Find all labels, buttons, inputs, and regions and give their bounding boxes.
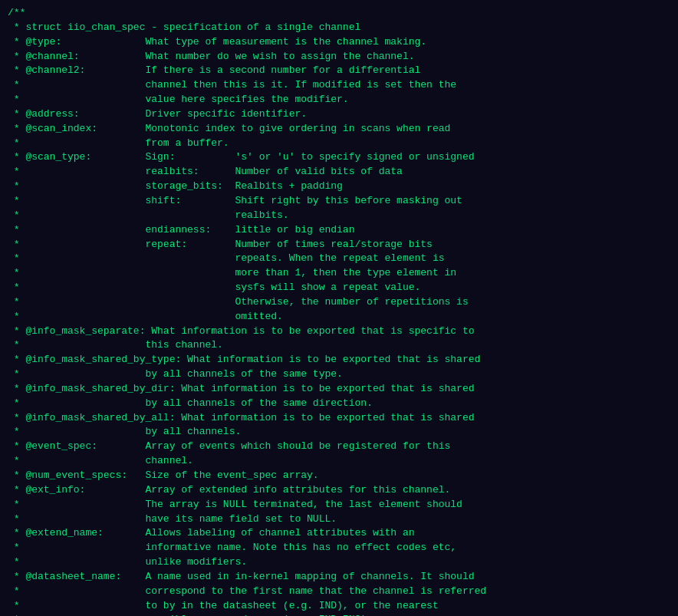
code-line: * The array is NULL terminated, the last… — [8, 498, 670, 512]
code-line: * @address: Driver specific identifier. — [8, 107, 670, 122]
code-line: * @event_spec: Array of events which sho… — [8, 440, 670, 454]
code-line: * repeats. When the repeat element is — [8, 252, 670, 266]
code-line: * informative name. Note this has no eff… — [8, 541, 670, 555]
code-line: * by all channels. — [8, 425, 670, 440]
code-line: * @extend_name: Allows labeling of chann… — [8, 526, 670, 541]
code-line: * @num_event_specs: Size of the event_sp… — [8, 469, 670, 483]
code-line: * omitted. — [8, 310, 670, 324]
code-line: * @channel2: If there is a second number… — [8, 64, 670, 78]
code-line: * shift: Shift right by this before mask… — [8, 194, 670, 209]
code-line: * @scan_index: Monotonic index to give o… — [8, 122, 670, 137]
code-line: * @channel: What number do we wish to as… — [8, 50, 670, 64]
code-line: * storage_bits: Realbits + padding — [8, 180, 670, 194]
code-line: * @info_mask_shared_by_type: What inform… — [8, 353, 670, 367]
code-content: /** * struct iio_chan_spec - specificati… — [8, 6, 670, 616]
code-line: * @info_mask_separate: What information … — [8, 324, 670, 339]
code-line: * realbits: Number of valid bits of data — [8, 165, 670, 180]
code-line: * more than 1, then the type element in — [8, 266, 670, 281]
code-line: * endianness: little or big endian — [8, 223, 670, 238]
code-line: * @info_mask_shared_by_dir: What informa… — [8, 382, 670, 397]
code-line: /** — [8, 6, 670, 21]
code-container: /** * struct iio_chan_spec - specificati… — [0, 0, 678, 616]
code-line: * @datasheet_name: A name used in in-ker… — [8, 570, 670, 585]
code-line: * channel. — [8, 454, 670, 469]
code-line: * realbits. — [8, 209, 670, 223]
code-line: * @ext_info: Array of extended info attr… — [8, 483, 670, 498]
code-line: * this channel. — [8, 338, 670, 353]
code-line: * correspond to the first name that the … — [8, 585, 670, 599]
code-line: * channel then this is it. If modified i… — [8, 78, 670, 93]
code-line: * to by in the datasheet (e.g. IND), or … — [8, 599, 670, 614]
code-line: * @type: What type of measurement is the… — [8, 35, 670, 50]
code-line: * from a buffer. — [8, 137, 670, 151]
code-line: * @info_mask_shared_by_all: What informa… — [8, 411, 670, 426]
code-line: * have its name field set to NULL. — [8, 512, 670, 527]
code-line: * value here specifies the modifier. — [8, 93, 670, 107]
code-line: * by all channels of the same type. — [8, 367, 670, 382]
code-line: * struct iio_chan_spec - specification o… — [8, 21, 670, 35]
code-line: * sysfs will show a repeat value. — [8, 281, 670, 295]
code-line: * by all channels of the same direction. — [8, 397, 670, 411]
code-line: * @scan_type: Sign: 's' or 'u' to specif… — [8, 150, 670, 165]
code-line: * repeat: Number of times real/storage b… — [8, 238, 670, 252]
code-line: * unlike modifiers. — [8, 555, 670, 570]
code-line: * Otherwise, the number of repetitions i… — [8, 295, 670, 310]
code-line: * possible compound name (e.g. IND-INC). — [8, 613, 670, 616]
